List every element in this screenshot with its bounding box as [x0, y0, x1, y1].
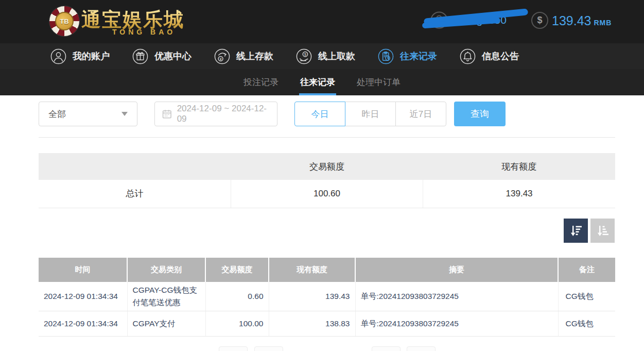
- nav-label: 线上存款: [236, 50, 273, 62]
- records-icon: [378, 48, 394, 64]
- pagination-button[interactable]: [219, 346, 248, 351]
- cell-note: CG钱包: [558, 282, 615, 311]
- tab-pending-orders[interactable]: 处理中订单: [357, 69, 401, 95]
- sort-ascending-button[interactable]: [590, 219, 615, 243]
- last-7-days-button[interactable]: 近7日: [395, 102, 446, 126]
- table-row: 2024-12-09 01:34:34 CGPAY支付 100.00 138.8…: [39, 311, 615, 337]
- user-icon: [50, 48, 66, 64]
- cell-amount: 100.00: [205, 311, 269, 337]
- query-button[interactable]: 查询: [454, 102, 506, 126]
- page: TB 通宝娱乐城 TONG BAO cheng8550 $ 139.43RMB …: [0, 0, 644, 351]
- col-balance: 现有额度: [269, 258, 355, 282]
- gift-icon: [132, 48, 148, 64]
- today-button[interactable]: 今日: [294, 102, 345, 126]
- col-note: 备注: [558, 258, 615, 282]
- nav-label: 往来记录: [400, 50, 437, 62]
- summary-total-row: 总计 100.60 139.43: [39, 180, 615, 208]
- bell-icon: [460, 48, 476, 64]
- svg-text:$: $: [304, 52, 307, 56]
- withdraw-icon: $: [296, 48, 312, 64]
- records-table: 时间 交易类别 交易额度 现有额度 摘要 备注 2024-12-09 01:34…: [39, 258, 615, 337]
- chevron-down-icon: [121, 112, 128, 116]
- nav-item-transaction-records[interactable]: 往来记录: [378, 48, 437, 64]
- cell-category: CGPAY支付: [127, 311, 205, 337]
- cell-note: CG钱包: [558, 311, 615, 337]
- summary-header-row: 交易额度 现有额度: [39, 153, 615, 180]
- site-subtitle: TONG BAO: [112, 28, 176, 36]
- cell-balance: 138.83: [269, 311, 355, 337]
- tab-label: 往来记录: [300, 76, 335, 88]
- balance-display[interactable]: 139.43RMB: [552, 13, 612, 28]
- summary-transaction-amount: 100.60: [231, 180, 423, 208]
- pagination-button[interactable]: [407, 346, 436, 351]
- tab-transaction-records[interactable]: 往来记录: [300, 69, 335, 95]
- chip-label: TB: [60, 18, 68, 25]
- nav-item-promotions[interactable]: 优惠中心: [132, 48, 192, 64]
- summary-header-transaction: 交易额度: [231, 153, 423, 180]
- section-divider: [39, 137, 615, 138]
- balance-currency: RMB: [594, 19, 612, 27]
- summary-table: 交易额度 现有额度 总计 100.60 139.43: [39, 153, 615, 208]
- table-row: 2024-12-09 01:34:34 CGPAY-CG钱包支付笔笔送优惠 0.…: [39, 282, 615, 311]
- records-header-row: 时间 交易类别 交易额度 现有额度 摘要 备注: [39, 258, 615, 282]
- sort-descending-button[interactable]: [564, 219, 588, 243]
- nav-label: 线上取款: [318, 50, 355, 62]
- cell-summary: 单号:202412093803729245: [355, 282, 558, 311]
- dollar-icon: $: [531, 12, 548, 29]
- main-nav: 我的账户 优惠中心 ¥ 线上存款 $ 线上取款 往来记录 信息公告: [0, 43, 644, 69]
- nav-item-announcements[interactable]: 信息公告: [460, 48, 519, 64]
- balance-amount: 139.43: [552, 13, 591, 28]
- casino-chip-logo-icon[interactable]: TB: [49, 6, 79, 36]
- pagination-button[interactable]: [372, 346, 401, 351]
- col-time: 时间: [39, 258, 127, 282]
- yesterday-button[interactable]: 昨日: [345, 102, 396, 126]
- deposit-icon: ¥: [214, 48, 230, 64]
- nav-label: 信息公告: [482, 50, 519, 62]
- nav-item-withdraw[interactable]: $ 线上取款: [296, 48, 355, 64]
- col-amount: 交易额度: [205, 258, 269, 282]
- summary-current-amount: 139.43: [423, 180, 615, 208]
- cell-balance: 139.43: [269, 282, 355, 311]
- cell-amount: 0.60: [205, 282, 269, 311]
- nav-item-my-account[interactable]: 我的账户: [50, 48, 110, 64]
- sort-descending-icon: [569, 224, 583, 238]
- type-select-value: 全部: [48, 108, 121, 120]
- active-tab-underline: [299, 93, 336, 95]
- sort-ascending-icon: [596, 224, 610, 238]
- tab-betting-records[interactable]: 投注记录: [243, 69, 279, 95]
- col-summary: 摘要: [355, 258, 558, 282]
- top-header: TB 通宝娱乐城 TONG BAO cheng8550 $ 139.43RMB: [0, 0, 644, 43]
- record-subtabs: 投注记录 往来记录 处理中订单: [0, 69, 644, 95]
- cell-summary: 单号:202412093803729245: [355, 311, 558, 337]
- nav-item-deposit[interactable]: ¥ 线上存款: [214, 48, 273, 64]
- nav-label: 我的账户: [73, 50, 110, 62]
- tab-label: 投注记录: [243, 76, 279, 88]
- cell-category: CGPAY-CG钱包支付笔笔送优惠: [127, 282, 205, 311]
- date-range-value: 2024-12-09 ~ 2024-12-09: [177, 104, 270, 124]
- cell-time: 2024-12-09 01:34:34: [39, 282, 127, 311]
- summary-total-label: 总计: [39, 180, 231, 208]
- col-category: 交易类别: [127, 258, 205, 282]
- pagination-button[interactable]: [254, 346, 283, 351]
- date-range-input[interactable]: 2024-12-09 ~ 2024-12-09: [154, 102, 277, 126]
- tab-label: 处理中订单: [357, 76, 401, 88]
- summary-header-empty: [39, 153, 231, 180]
- quick-date-group: 今日 昨日 近7日: [294, 102, 446, 126]
- nav-label: 优惠中心: [154, 50, 192, 62]
- type-select[interactable]: 全部: [39, 102, 137, 126]
- calendar-icon: [162, 108, 172, 120]
- svg-text:¥: ¥: [219, 56, 222, 61]
- summary-header-current: 现有额度: [423, 153, 615, 180]
- cell-time: 2024-12-09 01:34:34: [39, 311, 127, 337]
